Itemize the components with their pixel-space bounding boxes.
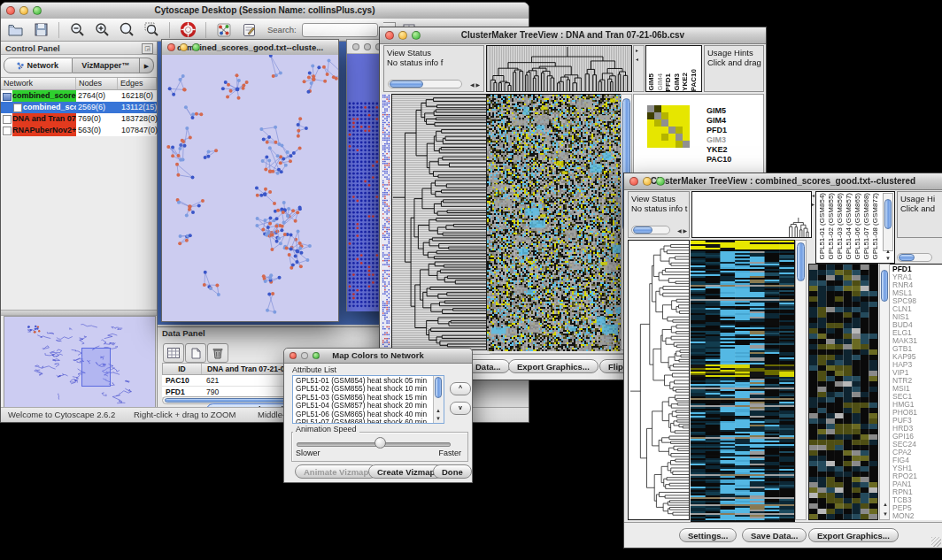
- speed-slider-thumb[interactable]: [374, 437, 386, 449]
- zoom-heatmap-panel[interactable]: [808, 264, 878, 520]
- minimize-icon[interactable]: [364, 43, 371, 50]
- zoom-window-icon[interactable]: [192, 43, 200, 51]
- main-heatmap-canvas[interactable]: [487, 94, 621, 351]
- mini-correlation-heatmap[interactable]: [647, 105, 690, 148]
- treeview1-title-bar[interactable]: ClusterMaker TreeView : DNA and Tran 07-…: [380, 27, 766, 44]
- viewport-rect[interactable]: [81, 348, 111, 387]
- help-lifering-icon[interactable]: [178, 21, 197, 39]
- zoom-window-icon[interactable]: [33, 6, 42, 15]
- heatmap-vscrollbar[interactable]: [795, 240, 807, 520]
- move-up-button[interactable]: ^: [450, 382, 471, 395]
- scroll-up-icon[interactable]: ▲: [885, 249, 891, 254]
- close-icon[interactable]: [629, 177, 638, 186]
- treeview2-title-bar[interactable]: ClusterMaker TreeView : combined_scores_…: [624, 173, 942, 190]
- tab-vizmapper[interactable]: VizMapper™: [73, 58, 141, 73]
- column-labels-panel[interactable]: GIM5GIM4PFD1GIM3YKE2PAC10: [645, 45, 702, 92]
- network-table-header[interactable]: Network Nodes Edges: [1, 77, 157, 90]
- move-down-button[interactable]: v: [450, 402, 471, 415]
- scroll-down-icon[interactable]: ▼: [885, 256, 891, 261]
- network1-title-bar[interactable]: combined_scores_good.txt--cluste...: [162, 40, 338, 56]
- window-controls[interactable]: [6, 6, 42, 15]
- zoom-heatmap-canvas: [809, 265, 877, 519]
- resize-grip[interactable]: [931, 537, 941, 547]
- gene-labels-panel[interactable]: PFD1YRA1RNR4MSL1SPC98CLN1NIS1BUD4ELG1MAK…: [890, 264, 942, 520]
- zoom-in-button[interactable]: [92, 21, 112, 39]
- open-file-button[interactable]: [6, 21, 26, 39]
- network-overview-panel[interactable]: [4, 316, 156, 411]
- network-table-row[interactable]: combined_sco 2569(6) 13112(15): [1, 102, 157, 113]
- panel-divider[interactable]: [1, 310, 157, 316]
- column-labels-panel[interactable]: GPL51-01 (GSM854)GPL51-02 (GSM855)GPL51-…: [815, 191, 895, 264]
- search-input[interactable]: [302, 23, 378, 37]
- column-label: GPL51-06 (GSM865): [854, 193, 862, 260]
- minimize-icon[interactable]: [180, 43, 188, 51]
- attribute-select-button[interactable]: [163, 343, 184, 363]
- close-icon[interactable]: [352, 43, 359, 50]
- export-graphics-button[interactable]: Export Graphics...: [508, 359, 598, 373]
- gene-label: GIM5: [706, 106, 762, 116]
- save-data-button[interactable]: Save Data...: [742, 528, 807, 542]
- zoom-vscrollbar[interactable]: ▲ ▼: [879, 264, 890, 520]
- network-table-row[interactable]: RNAPuberNov2+! 563(0) 107847(0): [1, 125, 157, 136]
- column-dendrogram-panel[interactable]: [691, 191, 812, 238]
- zoom-window-icon[interactable]: [656, 177, 665, 186]
- scroll-up-icon[interactable]: ▲: [883, 502, 888, 507]
- save-data-button[interactable]: Data...: [467, 359, 510, 373]
- dialog-title-bar[interactable]: Map Colors to Network: [284, 349, 472, 364]
- tab-network[interactable]: Network: [4, 58, 73, 73]
- annotation-icon[interactable]: [239, 21, 259, 39]
- network-file-icon: [1, 125, 12, 136]
- main-title-bar[interactable]: Cytoscape Desktop (Session Name: collins…: [1, 3, 529, 19]
- close-icon[interactable]: [167, 43, 175, 51]
- column-label: GPL51-03 (GSM856): [837, 193, 845, 260]
- usage-hints-scrollbar[interactable]: [897, 253, 942, 264]
- zoom-out-button[interactable]: [67, 21, 87, 39]
- close-icon[interactable]: [290, 352, 297, 359]
- view-status-scrollbar[interactable]: [631, 226, 670, 234]
- gene-label: YKE2: [706, 145, 762, 155]
- save-button[interactable]: [31, 21, 50, 39]
- attribute-listbox[interactable]: GPL51-01 (GSM854) heat shock 05 minGPL51…: [292, 375, 444, 424]
- network1-canvas[interactable]: [162, 55, 338, 321]
- gene-labels-panel[interactable]: GIM5GIM4PFD1GIM3YKE2PAC10: [704, 105, 762, 176]
- zoom-fit-button[interactable]: [117, 21, 136, 39]
- animate-vizmap-button[interactable]: Animate Vizmap: [295, 464, 377, 479]
- tab-more-arrow[interactable]: ▶: [140, 58, 154, 73]
- speed-slider-track[interactable]: [297, 442, 451, 447]
- undock-icon[interactable]: ◲: [142, 43, 153, 54]
- main-heatmap-canvas[interactable]: [691, 240, 795, 522]
- column-dendrogram-panel[interactable]: [486, 45, 632, 92]
- network-view-icon[interactable]: [214, 21, 234, 39]
- close-icon[interactable]: [6, 6, 15, 15]
- attribute-item[interactable]: GPL51-07 (GSM868) heat shock 60 min: [294, 418, 433, 424]
- settings-button[interactable]: Settings...: [679, 528, 737, 542]
- column-label: GIM5: [648, 73, 656, 91]
- minimize-icon[interactable]: [19, 6, 28, 15]
- status-pan-hint: Middle-: [258, 408, 285, 422]
- scroll-arrows[interactable]: ◀ ▶: [470, 82, 480, 88]
- scroll-down-icon[interactable]: ▼: [883, 511, 888, 517]
- minimize-icon[interactable]: [301, 352, 308, 359]
- labels-vscrollbar[interactable]: [883, 193, 893, 251]
- delete-attribute-icon[interactable]: [207, 343, 228, 363]
- zoom-window-icon[interactable]: [412, 31, 421, 40]
- scroll-arrows[interactable]: ◀ ▶: [677, 228, 687, 234]
- splitter-column[interactable]: ▸◂: [633, 45, 645, 92]
- close-icon[interactable]: [385, 31, 394, 40]
- zoom-selected-button[interactable]: [142, 21, 161, 39]
- row-dendrogram-panel[interactable]: [628, 240, 690, 520]
- list-vscrollbar[interactable]: ▲ ▼: [433, 376, 444, 423]
- view-status-scrollbar[interactable]: [388, 80, 462, 88]
- zoom-window-icon[interactable]: [313, 352, 320, 359]
- minimize-icon[interactable]: [643, 177, 652, 186]
- global-pixel-strip[interactable]: [382, 94, 390, 349]
- network-table-row[interactable]: DNA and Tran 07 769(0) 183728(0): [1, 113, 157, 125]
- minimize-icon[interactable]: [398, 31, 407, 40]
- done-button[interactable]: Done: [433, 464, 472, 479]
- edge-count: 13112(15): [120, 102, 157, 113]
- network-table-row[interactable]: combined_scores 2764(0) 16218(0): [1, 90, 157, 102]
- new-attribute-button[interactable]: [185, 343, 206, 363]
- row-dendrogram-panel[interactable]: [391, 94, 487, 350]
- export-graphics-button[interactable]: Export Graphics...: [808, 528, 899, 542]
- map-colors-dialog: Map Colors to Network Attribute List GPL…: [283, 348, 473, 483]
